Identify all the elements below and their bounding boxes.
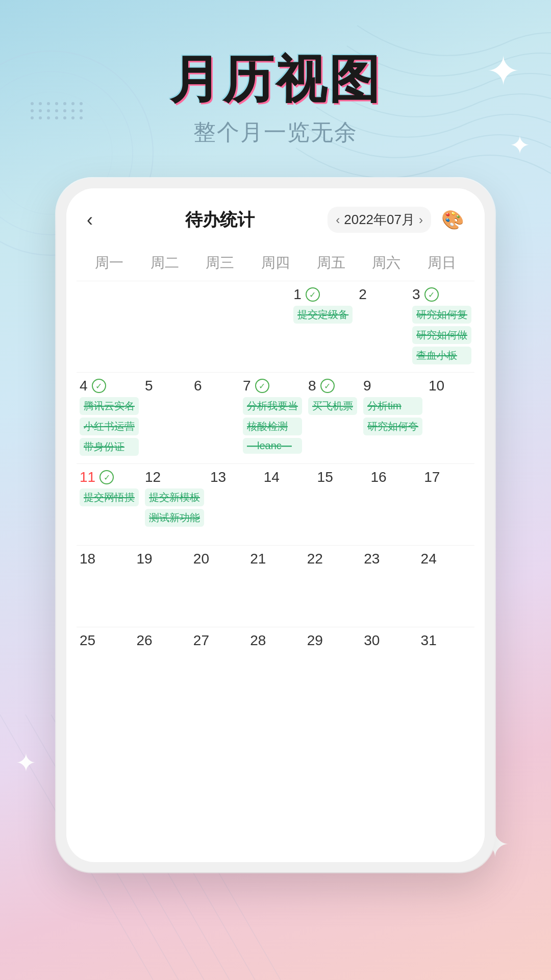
calendar-week-row: 18192021222324 [77,545,474,627]
day-number: 16 [370,469,418,485]
task-tag[interactable]: 带身份证 [80,438,139,456]
task-tag[interactable]: 买飞机票 [308,397,357,415]
task-tag[interactable]: 研究如何复 [412,306,471,324]
calendar-day[interactable]: 20 [190,546,247,627]
check-icon: ✓ [320,379,335,393]
day-number: 20 [193,551,244,567]
calendar-day[interactable]: 8✓买飞机票 [305,373,360,463]
current-month-label: 2022年07月 [344,211,415,229]
week-day-label: 周一 [82,253,137,273]
calendar-day[interactable]: 24 [418,546,474,627]
day-number: 7✓ [243,378,302,394]
task-tag[interactable]: 提交新模板 [145,488,204,506]
calendar: 周一周二周三周四周五周六周日 1✓提交定级备23✓研究如何复研究如何做查血小板4… [66,245,485,724]
calendar-day[interactable]: 6 [191,373,240,463]
calendar-day[interactable]: 21 [247,546,304,627]
calendar-week-row: 4✓腾讯云实名小红书运营带身份证567✓分析我要当核酸检测—leanc—8✓买飞… [77,372,474,463]
week-day-label: 周三 [192,253,248,273]
task-tag[interactable]: 研究如何做 [412,326,471,344]
task-tag[interactable]: 分析tim [363,397,422,415]
calendar-day[interactable]: 27 [190,627,247,708]
calendar-week-row: 25262728293031 [77,627,474,708]
day-number: 13 [210,469,258,485]
task-tag[interactable]: 查血小板 [412,347,471,364]
phone-mockup: ‹ 待办统计 ‹ 2022年07月 › 🎨 周一周二周三周四周五周六周日 1✓提… [56,178,495,872]
day-number: 2 [359,286,406,303]
calendar-day[interactable]: 1✓提交定级备 [290,281,356,372]
calendar-day[interactable]: 17 [421,464,474,545]
calendar-day[interactable] [130,281,184,372]
app-title: 待办统计 [185,208,255,232]
app-header: ‹ 待办统计 ‹ 2022年07月 › 🎨 [66,188,485,245]
week-header: 周一周二周三周四周五周六周日 [77,245,474,281]
calendar-grid: 1✓提交定级备23✓研究如何复研究如何做查血小板4✓腾讯云实名小红书运营带身份证… [77,281,474,708]
calendar-day[interactable]: 29 [304,627,361,708]
calendar-day[interactable]: 26 [133,627,190,708]
check-icon: ✓ [424,287,439,302]
back-button[interactable]: ‹ [87,209,112,231]
task-tag[interactable]: 核酸检测 [243,418,302,435]
calendar-day[interactable]: 12提交新模板测试新功能 [142,464,207,545]
day-number: 31 [421,632,471,649]
prev-month-button[interactable]: ‹ [336,213,340,227]
task-tag[interactable]: —leanc— [243,438,302,454]
day-number: 1✓ [293,286,353,303]
calendar-day[interactable]: 18 [77,546,133,627]
day-number: 3✓ [412,286,471,303]
calendar-day[interactable]: 4✓腾讯云实名小红书运营带身份证 [77,373,142,463]
calendar-day[interactable] [237,281,290,372]
calendar-week-row: 1✓提交定级备23✓研究如何复研究如何做查血小板 [77,281,474,372]
calendar-day[interactable]: 11✓提交网悟摸 [77,464,142,545]
calendar-day[interactable]: 31 [418,627,474,708]
calendar-day[interactable]: 7✓分析我要当核酸检测—leanc— [240,373,305,463]
task-tag[interactable]: 腾讯云实名 [80,397,139,415]
next-month-button[interactable]: › [419,213,423,227]
calendar-day[interactable]: 19 [133,546,190,627]
day-number: 5 [145,378,188,394]
calendar-week-row: 11✓提交网悟摸12提交新模板测试新功能1314151617 [77,463,474,545]
week-day-label: 周日 [414,253,469,273]
calendar-day[interactable]: 16 [367,464,421,545]
week-day-label: 周二 [137,253,193,273]
calendar-day[interactable] [77,281,130,372]
calendar-day[interactable]: 9分析tim研究如何夸 [360,373,425,463]
week-day-label: 周四 [248,253,304,273]
day-number: 4✓ [80,378,139,394]
day-number: 14 [264,469,311,485]
calendar-day[interactable]: 3✓研究如何复研究如何做查血小板 [409,281,474,372]
day-number: 10 [429,378,471,394]
task-tag[interactable]: 提交定级备 [293,306,353,324]
check-icon: ✓ [255,379,269,393]
day-number: 27 [193,632,244,649]
calendar-day[interactable]: 10 [425,373,474,463]
day-number: 15 [317,469,365,485]
subtitle: 整个月一览无余 [0,117,551,148]
check-icon: ✓ [92,379,106,393]
task-tag[interactable]: 分析我要当 [243,397,302,415]
calendar-day[interactable]: 22 [304,546,361,627]
day-number: 25 [80,632,130,649]
day-number: 18 [80,551,130,567]
task-tag[interactable]: 提交网悟摸 [80,488,139,506]
theme-button[interactable]: 🎨 [441,209,464,231]
day-number: 11✓ [80,469,139,485]
day-number: 29 [307,632,358,649]
day-number: 23 [364,551,414,567]
calendar-day[interactable]: 30 [361,627,417,708]
calendar-day[interactable]: 5 [142,373,191,463]
calendar-day[interactable] [184,281,237,372]
calendar-day[interactable]: 15 [314,464,368,545]
calendar-day[interactable]: 28 [247,627,304,708]
task-tag[interactable]: 测试新功能 [145,509,204,527]
week-day-label: 周六 [359,253,414,273]
calendar-day[interactable]: 23 [361,546,417,627]
day-number: 6 [194,378,237,394]
calendar-day[interactable]: 13 [207,464,261,545]
task-tag[interactable]: 小红书运营 [80,418,139,435]
calendar-day[interactable]: 14 [261,464,314,545]
calendar-day[interactable]: 25 [77,627,133,708]
day-number: 22 [307,551,358,567]
main-title: 月历视图 [169,51,382,107]
task-tag[interactable]: 研究如何夸 [363,418,422,435]
calendar-day[interactable]: 2 [356,281,409,372]
